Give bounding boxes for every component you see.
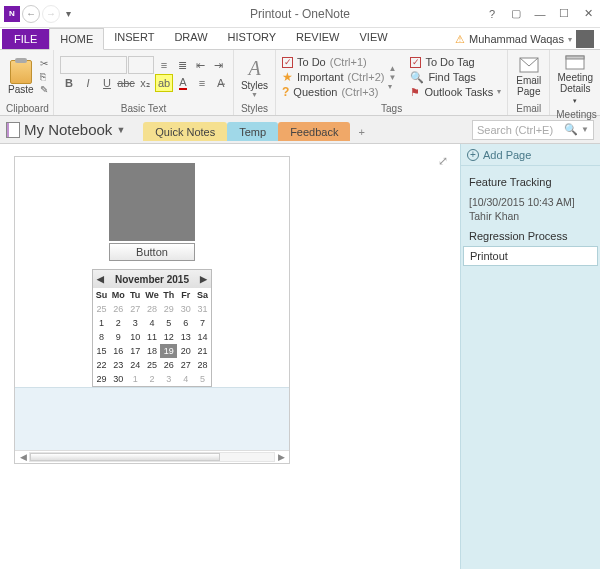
underline-button[interactable]: U — [98, 74, 116, 92]
qat-customize[interactable]: ▾ — [62, 8, 75, 19]
format-painter-icon[interactable]: ✎ — [40, 84, 48, 96]
calendar-day[interactable]: 13 — [177, 330, 194, 344]
cut-icon[interactable]: ✂ — [40, 58, 48, 70]
tag-gallery-expand[interactable]: ▾ — [388, 82, 396, 91]
search-scope-dropdown[interactable]: ▼ — [581, 125, 589, 134]
calendar-day[interactable]: 2 — [110, 316, 127, 330]
highlight-button[interactable]: ab — [155, 74, 173, 92]
calendar-day[interactable]: 15 — [93, 344, 110, 358]
page-list-item[interactable]: [10/30/2015 10:43 AM] Tahir Khan — [461, 192, 600, 226]
calendar-day[interactable]: 5 — [194, 372, 211, 386]
tag-important[interactable]: ★Important (Ctrl+2) — [282, 70, 384, 84]
calendar-day[interactable]: 21 — [194, 344, 211, 358]
calendar-day[interactable]: 23 — [110, 358, 127, 372]
calendar-day[interactable]: 25 — [93, 302, 110, 316]
section-tab[interactable]: Temp — [227, 122, 278, 141]
font-size-combo[interactable] — [128, 56, 155, 74]
ribbon-tab-home[interactable]: HOME — [49, 28, 104, 50]
calendar-day[interactable]: 31 — [194, 302, 211, 316]
calendar-day[interactable]: 2 — [144, 372, 161, 386]
calendar-day[interactable]: 4 — [177, 372, 194, 386]
tag-scroll-up[interactable]: ▲ — [388, 64, 396, 73]
notebook-dropdown[interactable]: ▼ — [116, 125, 125, 135]
calendar-day[interactable]: 8 — [93, 330, 110, 344]
minimize-button[interactable]: — — [532, 6, 548, 22]
calendar-day[interactable]: 28 — [144, 302, 161, 316]
calendar-day[interactable]: 26 — [110, 302, 127, 316]
calendar-day[interactable]: 27 — [127, 302, 144, 316]
calendar-day[interactable]: 27 — [177, 358, 194, 372]
indent-left-button[interactable]: ⇤ — [192, 56, 209, 74]
note-container[interactable]: Button ◀ November 2015 ▶ SuMoTuWeThFrSa2… — [14, 156, 290, 464]
scroll-track[interactable] — [29, 452, 275, 462]
todo-tag-button[interactable]: ✓To Do Tag — [410, 55, 501, 69]
scroll-thumb[interactable] — [30, 453, 220, 461]
calendar-day[interactable]: 12 — [160, 330, 177, 344]
calendar-day[interactable]: 24 — [127, 358, 144, 372]
printout-button[interactable]: Button — [109, 243, 195, 261]
calendar-day[interactable]: 20 — [177, 344, 194, 358]
calendar-day[interactable]: 25 — [144, 358, 161, 372]
ribbon-tab-view[interactable]: VIEW — [349, 27, 397, 49]
ribbon-tab-draw[interactable]: DRAW — [164, 27, 217, 49]
page-list-item[interactable]: Regression Process — [461, 226, 600, 246]
clear-format-button[interactable]: A̶ — [212, 74, 230, 92]
calendar-day[interactable]: 30 — [110, 372, 127, 386]
italic-button[interactable]: I — [79, 74, 97, 92]
calendar-day[interactable]: 29 — [93, 372, 110, 386]
outlook-tasks-button[interactable]: ⚑Outlook Tasks ▾ — [410, 85, 501, 99]
calendar-day[interactable]: 1 — [127, 372, 144, 386]
add-page-button[interactable]: + Add Page — [461, 144, 600, 166]
calendar-day[interactable]: 7 — [194, 316, 211, 330]
search-input[interactable]: Search (Ctrl+E) 🔍 ▼ — [472, 120, 594, 140]
account-area[interactable]: ⚠ Muhammad Waqas ▾ — [455, 30, 594, 48]
copy-icon[interactable]: ⎘ — [40, 71, 48, 83]
help-button[interactable]: ? — [484, 6, 500, 22]
calendar-day[interactable]: 4 — [144, 316, 161, 330]
maximize-button[interactable]: ☐ — [556, 6, 572, 22]
font-color-button[interactable]: A — [174, 74, 192, 92]
calendar-day[interactable]: 6 — [177, 316, 194, 330]
notebook-name[interactable]: My Notebook — [24, 121, 112, 138]
calendar-day[interactable]: 5 — [160, 316, 177, 330]
page-list-item[interactable]: Printout — [463, 246, 598, 266]
bullets-button[interactable]: ≡ — [155, 56, 172, 74]
calendar-day[interactable]: 10 — [127, 330, 144, 344]
calendar-day[interactable]: 26 — [160, 358, 177, 372]
calendar-day[interactable]: 3 — [160, 372, 177, 386]
section-tab[interactable]: Feedback — [278, 122, 350, 141]
calendar-day[interactable]: 16 — [110, 344, 127, 358]
expand-icon[interactable]: ⤢ — [438, 154, 448, 168]
calendar-widget[interactable]: ◀ November 2015 ▶ SuMoTuWeThFrSa25262728… — [92, 269, 212, 387]
ribbon-tab-insert[interactable]: INSERT — [104, 27, 164, 49]
indent-right-button[interactable]: ⇥ — [210, 56, 227, 74]
find-tags-button[interactable]: 🔍Find Tags — [410, 70, 501, 84]
ribbon-tab-history[interactable]: HISTORY — [218, 27, 287, 49]
tag-question[interactable]: ?Question (Ctrl+3) — [282, 85, 384, 99]
calendar-day[interactable]: 9 — [110, 330, 127, 344]
calendar-day[interactable]: 22 — [93, 358, 110, 372]
horizontal-scrollbar[interactable]: ◀ ▶ — [15, 450, 289, 463]
calendar-prev[interactable]: ◀ — [97, 274, 104, 284]
tag-scroll-down[interactable]: ▼ — [388, 73, 396, 82]
strike-button[interactable]: abc — [117, 74, 135, 92]
calendar-day[interactable]: 11 — [144, 330, 161, 344]
calendar-day[interactable]: 29 — [160, 302, 177, 316]
email-page-button[interactable]: Email Page — [510, 55, 547, 99]
font-family-combo[interactable] — [60, 56, 127, 74]
ribbon-tab-review[interactable]: REVIEW — [286, 27, 349, 49]
meeting-details-button[interactable]: Meeting Details ▾ — [551, 52, 599, 108]
file-tab[interactable]: FILE — [2, 29, 49, 49]
calendar-day[interactable]: 18 — [144, 344, 161, 358]
ribbon-display-button[interactable]: ▢ — [508, 6, 524, 22]
calendar-day[interactable]: 28 — [194, 358, 211, 372]
section-tab[interactable]: Quick Notes — [143, 122, 227, 141]
calendar-day[interactable]: 17 — [127, 344, 144, 358]
scroll-right[interactable]: ▶ — [275, 451, 287, 463]
calendar-day[interactable]: 14 — [194, 330, 211, 344]
styles-button[interactable]: A Styles ▼ — [237, 55, 272, 100]
align-button[interactable]: ≡ — [193, 74, 211, 92]
back-button[interactable]: ← — [22, 5, 40, 23]
add-section-button[interactable]: + — [350, 122, 372, 142]
close-button[interactable]: ✕ — [580, 6, 596, 22]
